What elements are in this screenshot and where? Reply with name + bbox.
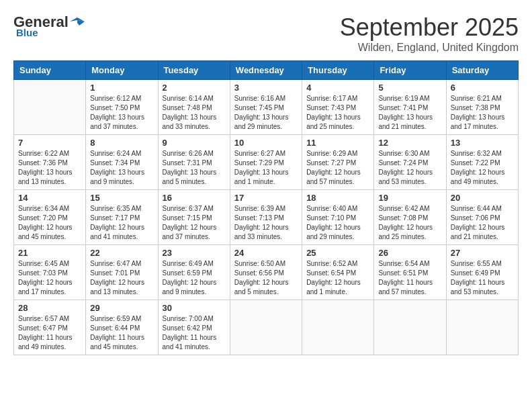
day-number: 8 — [90, 138, 153, 148]
day-number: 22 — [90, 248, 153, 258]
day-detail: Sunrise: 6:12 AM Sunset: 7:50 PM Dayligh… — [90, 94, 153, 132]
calendar-cell — [230, 300, 302, 355]
calendar-cell: 5Sunrise: 6:19 AM Sunset: 7:41 PM Daylig… — [374, 80, 446, 135]
calendar-cell: 9Sunrise: 6:26 AM Sunset: 7:31 PM Daylig… — [158, 135, 230, 190]
day-detail: Sunrise: 6:21 AM Sunset: 7:38 PM Dayligh… — [451, 94, 514, 132]
day-detail: Sunrise: 6:17 AM Sunset: 7:43 PM Dayligh… — [306, 94, 369, 132]
col-header-monday: Monday — [86, 61, 158, 80]
month-title: September 2025 — [340, 13, 519, 42]
calendar-week-row: 28Sunrise: 6:57 AM Sunset: 6:47 PM Dayli… — [14, 300, 519, 355]
day-number: 5 — [378, 83, 441, 93]
day-detail: Sunrise: 6:32 AM Sunset: 7:22 PM Dayligh… — [451, 149, 514, 187]
calendar-cell — [446, 300, 518, 355]
day-detail: Sunrise: 6:37 AM Sunset: 7:15 PM Dayligh… — [163, 204, 226, 242]
calendar-cell: 17Sunrise: 6:39 AM Sunset: 7:13 PM Dayli… — [230, 190, 302, 245]
calendar-cell: 27Sunrise: 6:55 AM Sunset: 6:49 PM Dayli… — [446, 245, 518, 300]
calendar-table: SundayMondayTuesdayWednesdayThursdayFrid… — [13, 60, 519, 355]
calendar-cell — [14, 80, 86, 135]
day-detail: Sunrise: 6:54 AM Sunset: 6:51 PM Dayligh… — [378, 259, 441, 297]
col-header-wednesday: Wednesday — [230, 61, 302, 80]
calendar-cell: 20Sunrise: 6:44 AM Sunset: 7:06 PM Dayli… — [446, 190, 518, 245]
day-detail: Sunrise: 6:27 AM Sunset: 7:29 PM Dayligh… — [234, 149, 298, 187]
calendar-week-row: 21Sunrise: 6:45 AM Sunset: 7:03 PM Dayli… — [14, 245, 519, 300]
day-detail: Sunrise: 6:35 AM Sunset: 7:17 PM Dayligh… — [90, 204, 153, 242]
calendar-cell: 22Sunrise: 6:47 AM Sunset: 7:01 PM Dayli… — [86, 245, 158, 300]
calendar-cell: 18Sunrise: 6:40 AM Sunset: 7:10 PM Dayli… — [302, 190, 374, 245]
day-detail: Sunrise: 6:39 AM Sunset: 7:13 PM Dayligh… — [234, 204, 298, 242]
day-number: 15 — [90, 193, 153, 203]
day-detail: Sunrise: 6:34 AM Sunset: 7:20 PM Dayligh… — [18, 204, 81, 242]
calendar-cell: 6Sunrise: 6:21 AM Sunset: 7:38 PM Daylig… — [446, 80, 518, 135]
day-number: 3 — [234, 83, 298, 93]
calendar-cell: 2Sunrise: 6:14 AM Sunset: 7:48 PM Daylig… — [158, 80, 230, 135]
day-number: 1 — [90, 83, 153, 93]
day-detail: Sunrise: 6:26 AM Sunset: 7:31 PM Dayligh… — [163, 149, 226, 187]
calendar-cell: 23Sunrise: 6:49 AM Sunset: 6:59 PM Dayli… — [158, 245, 230, 300]
day-detail: Sunrise: 6:22 AM Sunset: 7:36 PM Dayligh… — [18, 149, 81, 187]
calendar-cell: 28Sunrise: 6:57 AM Sunset: 6:47 PM Dayli… — [14, 300, 86, 355]
day-number: 16 — [163, 193, 226, 203]
day-number: 28 — [18, 303, 81, 313]
day-detail: Sunrise: 6:49 AM Sunset: 6:59 PM Dayligh… — [163, 259, 226, 297]
day-detail: Sunrise: 6:14 AM Sunset: 7:48 PM Dayligh… — [163, 94, 226, 132]
day-number: 24 — [234, 248, 298, 258]
day-number: 23 — [163, 248, 226, 258]
calendar-week-row: 7Sunrise: 6:22 AM Sunset: 7:36 PM Daylig… — [14, 135, 519, 190]
day-detail: Sunrise: 6:57 AM Sunset: 6:47 PM Dayligh… — [18, 314, 81, 352]
day-detail: Sunrise: 6:24 AM Sunset: 7:34 PM Dayligh… — [90, 149, 153, 187]
calendar-cell: 11Sunrise: 6:29 AM Sunset: 7:27 PM Dayli… — [302, 135, 374, 190]
day-number: 14 — [18, 193, 81, 203]
day-detail: Sunrise: 6:47 AM Sunset: 7:01 PM Dayligh… — [90, 259, 153, 297]
day-detail: Sunrise: 6:19 AM Sunset: 7:41 PM Dayligh… — [378, 94, 441, 132]
calendar-week-row: 14Sunrise: 6:34 AM Sunset: 7:20 PM Dayli… — [14, 190, 519, 245]
day-detail: Sunrise: 6:16 AM Sunset: 7:45 PM Dayligh… — [234, 94, 298, 132]
calendar-cell: 24Sunrise: 6:50 AM Sunset: 6:56 PM Dayli… — [230, 245, 302, 300]
day-number: 29 — [90, 303, 153, 313]
day-number: 12 — [378, 138, 441, 148]
day-number: 11 — [306, 138, 369, 148]
calendar-cell: 14Sunrise: 6:34 AM Sunset: 7:20 PM Dayli… — [14, 190, 86, 245]
day-number: 17 — [234, 193, 298, 203]
calendar-cell — [374, 300, 446, 355]
col-header-thursday: Thursday — [302, 61, 374, 80]
day-number: 2 — [163, 83, 226, 93]
col-header-friday: Friday — [374, 61, 446, 80]
calendar-cell: 7Sunrise: 6:22 AM Sunset: 7:36 PM Daylig… — [14, 135, 86, 190]
calendar-cell: 12Sunrise: 6:30 AM Sunset: 7:24 PM Dayli… — [374, 135, 446, 190]
day-number: 20 — [451, 193, 514, 203]
day-number: 30 — [163, 303, 226, 313]
day-detail: Sunrise: 7:00 AM Sunset: 6:42 PM Dayligh… — [163, 314, 226, 352]
page-header: General Blue September 2025 Wilden, Engl… — [13, 13, 519, 54]
calendar-week-row: 1Sunrise: 6:12 AM Sunset: 7:50 PM Daylig… — [14, 80, 519, 135]
calendar-cell: 4Sunrise: 6:17 AM Sunset: 7:43 PM Daylig… — [302, 80, 374, 135]
day-detail: Sunrise: 6:42 AM Sunset: 7:08 PM Dayligh… — [378, 204, 441, 242]
day-detail: Sunrise: 6:30 AM Sunset: 7:24 PM Dayligh… — [378, 149, 441, 187]
calendar-cell: 21Sunrise: 6:45 AM Sunset: 7:03 PM Dayli… — [14, 245, 86, 300]
day-number: 26 — [378, 248, 441, 258]
location: Wilden, England, United Kingdom — [340, 42, 519, 54]
day-number: 10 — [234, 138, 298, 148]
calendar-cell: 16Sunrise: 6:37 AM Sunset: 7:15 PM Dayli… — [158, 190, 230, 245]
day-detail: Sunrise: 6:50 AM Sunset: 6:56 PM Dayligh… — [234, 259, 298, 297]
col-header-tuesday: Tuesday — [158, 61, 230, 80]
day-number: 4 — [306, 83, 369, 93]
calendar-cell: 10Sunrise: 6:27 AM Sunset: 7:29 PM Dayli… — [230, 135, 302, 190]
calendar-cell — [302, 300, 374, 355]
calendar-cell: 25Sunrise: 6:52 AM Sunset: 6:54 PM Dayli… — [302, 245, 374, 300]
day-number: 25 — [306, 248, 369, 258]
day-detail: Sunrise: 6:45 AM Sunset: 7:03 PM Dayligh… — [18, 259, 81, 297]
day-number: 6 — [451, 83, 514, 93]
day-number: 19 — [378, 193, 441, 203]
calendar-cell: 19Sunrise: 6:42 AM Sunset: 7:08 PM Dayli… — [374, 190, 446, 245]
calendar-header-row: SundayMondayTuesdayWednesdayThursdayFrid… — [14, 61, 519, 80]
day-number: 18 — [306, 193, 369, 203]
day-number: 21 — [18, 248, 81, 258]
calendar-cell: 29Sunrise: 6:59 AM Sunset: 6:44 PM Dayli… — [86, 300, 158, 355]
day-detail: Sunrise: 6:40 AM Sunset: 7:10 PM Dayligh… — [306, 204, 369, 242]
day-number: 9 — [163, 138, 226, 148]
day-detail: Sunrise: 6:55 AM Sunset: 6:49 PM Dayligh… — [451, 259, 514, 297]
day-detail: Sunrise: 6:59 AM Sunset: 6:44 PM Dayligh… — [90, 314, 153, 352]
title-block: September 2025 Wilden, England, United K… — [340, 13, 519, 54]
day-detail: Sunrise: 6:29 AM Sunset: 7:27 PM Dayligh… — [306, 149, 369, 187]
day-number: 7 — [18, 138, 81, 148]
